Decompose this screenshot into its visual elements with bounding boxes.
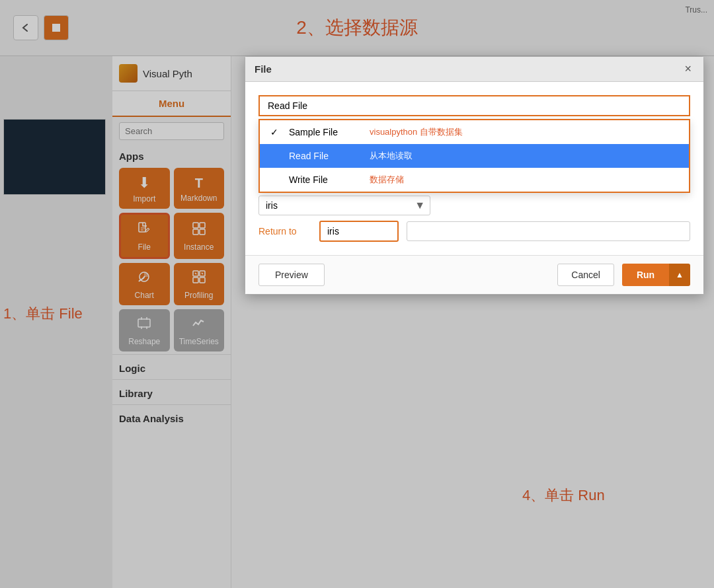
dropdown-item-sample[interactable]: ✓ Sample File visualpython 自带数据集 — [260, 120, 689, 144]
file-select-row: iris ▼ — [258, 196, 690, 215]
dialog-content: Read File ✓ Sample File visualpython 自带数… — [245, 82, 703, 255]
dialog-title: File — [255, 63, 272, 75]
run-button[interactable]: Run — [622, 264, 669, 286]
run-button-group: Run ▲ — [622, 264, 690, 286]
return-to-input[interactable] — [319, 221, 399, 242]
cancel-button[interactable]: Cancel — [557, 264, 614, 286]
file-type-value: Read File — [268, 100, 307, 111]
read-label: Read File — [289, 151, 362, 161]
write-label: Write File — [289, 174, 362, 185]
footer-right: Cancel Run ▲ — [557, 264, 690, 286]
sample-check: ✓ — [270, 127, 281, 137]
file-type-row: Read File ✓ Sample File visualpython 自带数… — [258, 95, 690, 116]
read-desc: 从本地读取 — [370, 150, 413, 162]
dropdown-menu: ✓ Sample File visualpython 自带数据集 Read Fi… — [258, 119, 690, 193]
preview-button[interactable]: Preview — [258, 264, 325, 286]
dialog-footer: Preview Cancel Run ▲ — [245, 255, 703, 294]
file-type-selector[interactable]: Read File — [258, 95, 690, 116]
file-dialog: File × Read File ✓ Sample File visualpyt… — [245, 56, 704, 295]
file-type-select[interactable]: iris — [258, 196, 430, 215]
return-to-row: Return to — [258, 221, 690, 242]
dropdown-item-read[interactable]: Read File 从本地读取 — [260, 144, 689, 168]
dialog-close-button[interactable]: × — [682, 62, 694, 76]
dropdown-item-write[interactable]: Write File 数据存储 — [260, 168, 689, 192]
write-desc: 数据存储 — [370, 174, 404, 186]
sample-desc: visualpython 自带数据集 — [370, 126, 463, 138]
run-dropdown-button[interactable]: ▲ — [669, 264, 690, 286]
sample-label: Sample File — [289, 127, 362, 137]
return-to-label: Return to — [258, 226, 311, 237]
return-to-input2[interactable] — [407, 221, 690, 241]
file-type-select-wrapper: iris ▼ — [258, 196, 430, 215]
dialog-title-bar: File × — [245, 57, 703, 82]
